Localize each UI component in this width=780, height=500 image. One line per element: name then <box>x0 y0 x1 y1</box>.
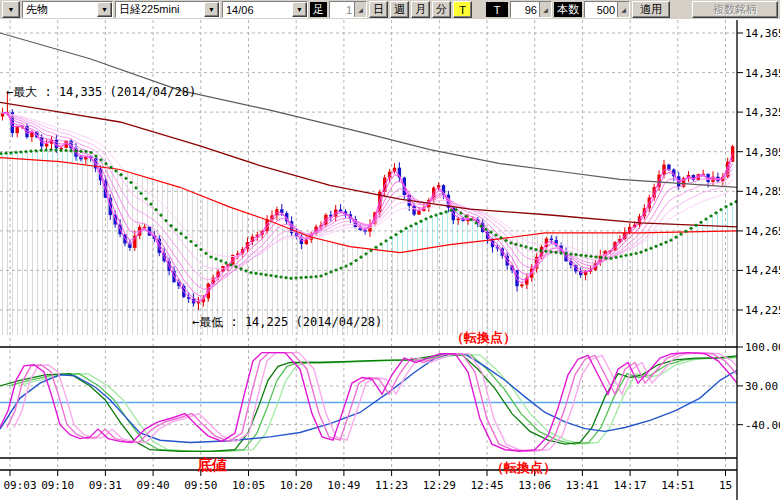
axis-tick-label: 10:05 <box>232 479 265 492</box>
axis-tick-label: 14,245 <box>745 264 780 277</box>
axis-tick-label: 14,305 <box>745 146 780 159</box>
axis-tick-label: 11:23 <box>375 479 408 492</box>
period-month-button[interactable]: 月 <box>411 1 430 18</box>
symbol-nav-dropdown-button[interactable]: ▼ <box>2 1 20 18</box>
axis-tick-label: 09:40 <box>137 479 170 492</box>
main-chart-svg[interactable]: 14,36514,34514,32514,30514,28514,26514,2… <box>0 19 780 500</box>
interval-value: 1 <box>330 2 354 17</box>
axis-tick-label: 13:06 <box>518 479 551 492</box>
symbol-select[interactable]: 日経225mini ▼ <box>115 1 220 18</box>
spinner-icon[interactable]: ◢ <box>539 2 551 17</box>
period-day-button[interactable]: 日 <box>369 1 388 18</box>
axis-tick-label: 14,265 <box>745 225 780 238</box>
axis-tick-label: 12:45 <box>470 479 503 492</box>
axis-tick-label: 09:03 <box>3 479 36 492</box>
spinner-icon[interactable]: ◢ <box>354 2 366 17</box>
period-tick-button[interactable]: T <box>453 1 472 18</box>
axis-tick-label: 15 <box>719 479 732 492</box>
interval-stepper[interactable]: 1 ◢ <box>329 1 367 18</box>
axis-tick-label: 10:49 <box>327 479 360 492</box>
category-select[interactable]: 先物 ▼ <box>22 1 113 18</box>
contract-month-select[interactable]: 14/06 ▼ <box>222 1 308 18</box>
bar-count-label: 本数 <box>554 2 582 17</box>
period-month-label: 月 <box>415 2 426 17</box>
chevron-down-icon[interactable]: ▼ <box>204 2 219 17</box>
chart-canvas[interactable]: 14,36514,34514,32514,30514,28514,26514,2… <box>0 19 780 500</box>
axis-tick-label: 14,365 <box>745 27 780 40</box>
tick-count-value: 96 <box>511 2 539 17</box>
bar-type-label: 足 <box>310 2 327 17</box>
axis-tick-label: 09:50 <box>184 479 217 492</box>
symbol-select-value: 日経225mini <box>116 2 204 17</box>
axis-tick-label: 13:41 <box>566 479 599 492</box>
chart-toolbar: ▼ 先物 ▼ 日経225mini ▼ 14/06 ▼ 足 1 ◢ 日 週 月 分… <box>0 0 780 19</box>
axis-tick-label: 12:29 <box>423 479 456 492</box>
period-week-button[interactable]: 週 <box>390 1 409 18</box>
axis-tick-label: 14,325 <box>745 106 780 119</box>
contract-month-value: 14/06 <box>223 2 292 17</box>
bar-count-stepper[interactable]: 500 ◢ <box>584 1 630 18</box>
spinner-icon[interactable]: ◢ <box>617 2 629 17</box>
dropdown-arrow-icon: ▼ <box>8 6 15 13</box>
period-minute-button[interactable]: 分 <box>432 1 451 18</box>
axis-tick-label: 30.00 <box>745 380 778 393</box>
period-day-label: 日 <box>373 2 384 17</box>
multi-symbol-button: 複数銘柄 <box>692 1 778 18</box>
axis-tick-label: 14:51 <box>661 479 694 492</box>
period-tick-label: T <box>459 4 466 16</box>
axis-tick-label: 14,225 <box>745 304 780 317</box>
axis-tick-label: 14,345 <box>745 67 780 80</box>
axis-tick-label: 100.00 <box>745 341 780 354</box>
axis-tick-label: -40.00 <box>745 419 780 432</box>
chevron-down-icon[interactable]: ▼ <box>97 2 112 17</box>
axis-tick-label: 14,285 <box>745 185 780 198</box>
apply-button-label: 適用 <box>640 2 662 17</box>
axis-tick-label: 10:20 <box>280 479 313 492</box>
axis-tick-label: 09:31 <box>89 479 122 492</box>
apply-button[interactable]: 適用 <box>632 1 670 18</box>
axis-tick-label: 09:10 <box>41 479 74 492</box>
tick-count-stepper[interactable]: 96 ◢ <box>510 1 552 18</box>
period-week-label: 週 <box>394 2 405 17</box>
multi-symbol-label: 複数銘柄 <box>713 2 757 17</box>
axis-tick-label: 14:17 <box>614 479 647 492</box>
category-select-value: 先物 <box>23 2 97 17</box>
trading-chart-window: ▼ 先物 ▼ 日経225mini ▼ 14/06 ▼ 足 1 ◢ 日 週 月 分… <box>0 0 780 500</box>
tick-count-label: T <box>486 2 508 17</box>
bar-count-value: 500 <box>585 2 617 17</box>
chevron-down-icon[interactable]: ▼ <box>292 2 307 17</box>
period-minute-label: 分 <box>436 2 447 17</box>
